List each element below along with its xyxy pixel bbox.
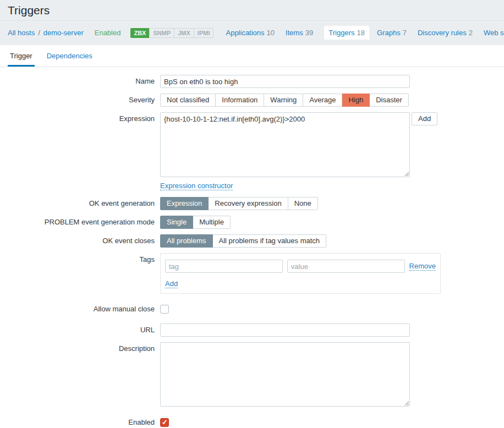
severity-option-high[interactable]: High bbox=[342, 94, 370, 107]
nav-discovery-rules-link[interactable]: Discovery rules bbox=[418, 29, 467, 37]
nav-item-web-scenarios[interactable]: Web scenarios bbox=[484, 29, 504, 37]
problem-event-mode-label: PROBLEM event generation mode bbox=[0, 216, 155, 229]
description-textarea[interactable] bbox=[160, 342, 410, 407]
severity-label: Severity bbox=[0, 94, 155, 107]
url-row: URL bbox=[0, 323, 504, 337]
nav-item-graphs[interactable]: Graphs7 bbox=[377, 29, 407, 37]
tag-value-input[interactable] bbox=[287, 260, 405, 273]
allow-manual-close-label: Allow manual close bbox=[0, 303, 155, 316]
problem-event-mode-row: PROBLEM event generation mode Single Mul… bbox=[0, 216, 504, 229]
breadcrumb-separator: / bbox=[38, 29, 40, 37]
ok-event-generation-group: Expression Recovery expression None bbox=[160, 197, 318, 210]
ok-event-generation-row: OK event generation Expression Recovery … bbox=[0, 197, 504, 210]
ok-event-closes-row: OK event closes All problems All problem… bbox=[0, 234, 504, 248]
ok-event-option-none[interactable]: None bbox=[288, 197, 318, 210]
tag-entry-row: Remove bbox=[165, 260, 436, 273]
problem-mode-option-multiple[interactable]: Multiple bbox=[193, 216, 231, 229]
tag-name-input[interactable] bbox=[165, 260, 283, 273]
zbx-badge: ZBX bbox=[130, 28, 149, 38]
ok-event-closes-group: All problems All problems if tag values … bbox=[160, 234, 326, 248]
tags-label: Tags bbox=[0, 253, 155, 266]
ok-event-option-recovery-expression[interactable]: Recovery expression bbox=[209, 197, 288, 210]
severity-option-warning[interactable]: Warning bbox=[264, 94, 303, 107]
name-row: Name bbox=[0, 75, 504, 88]
problem-event-mode-group: Single Multiple bbox=[160, 216, 231, 229]
name-label: Name bbox=[0, 75, 155, 88]
expression-textarea[interactable] bbox=[160, 112, 410, 177]
nav-web-scenarios-link[interactable]: Web scenarios bbox=[484, 29, 504, 37]
snmp-badge: SNMP bbox=[150, 29, 174, 37]
breadcrumb-host-link[interactable]: demo-server bbox=[43, 29, 84, 37]
breadcrumb: All hosts / demo-server Enabled ZBX SNMP… bbox=[0, 21, 504, 45]
jmx-badge: JMX bbox=[174, 29, 194, 37]
nav-items-count: 39 bbox=[305, 29, 313, 37]
ok-event-generation-label: OK event generation bbox=[0, 197, 155, 210]
tag-remove-link[interactable]: Remove bbox=[409, 262, 436, 271]
tab-dependencies[interactable]: Dependencies bbox=[45, 45, 95, 67]
tags-row: Tags Remove Add bbox=[0, 253, 504, 294]
nav-graphs-count: 7 bbox=[403, 29, 407, 37]
severity-option-disaster[interactable]: Disaster bbox=[370, 94, 409, 107]
nav-applications-link[interactable]: Applications bbox=[226, 29, 264, 37]
nav-discovery-rules-count: 2 bbox=[469, 29, 473, 37]
expression-constructor-link[interactable]: Expression constructor bbox=[160, 182, 233, 190]
tag-add-link[interactable]: Add bbox=[165, 279, 178, 288]
severity-option-average[interactable]: Average bbox=[303, 94, 342, 107]
host-status-enabled: Enabled bbox=[95, 29, 121, 37]
tab-trigger[interactable]: Trigger bbox=[8, 45, 35, 67]
form-tabbar: Trigger Dependencies bbox=[0, 45, 504, 67]
expression-add-button[interactable]: Add bbox=[412, 112, 437, 125]
nav-graphs-link[interactable]: Graphs bbox=[377, 29, 401, 37]
url-input[interactable] bbox=[160, 323, 410, 337]
nav-applications-count: 10 bbox=[267, 29, 275, 37]
nav-item-discovery-rules[interactable]: Discovery rules2 bbox=[418, 29, 473, 37]
enabled-row: Enabled bbox=[0, 416, 504, 428]
enabled-label: Enabled bbox=[0, 416, 155, 428]
trigger-form: Name Severity Not classified Information… bbox=[0, 67, 504, 428]
nav-triggers-link[interactable]: Triggers bbox=[328, 29, 354, 37]
severity-option-not-classified[interactable]: Not classified bbox=[160, 94, 216, 107]
severity-segment-group: Not classified Information Warning Avera… bbox=[160, 94, 409, 107]
nav-triggers-count: 18 bbox=[357, 29, 365, 37]
nav-item-applications[interactable]: Applications10 bbox=[226, 29, 275, 37]
page-title: Triggers bbox=[8, 4, 50, 17]
severity-option-information[interactable]: Information bbox=[216, 94, 264, 107]
title-row: Triggers bbox=[0, 0, 504, 21]
name-input[interactable] bbox=[160, 75, 410, 88]
nav-items-link[interactable]: Items bbox=[286, 29, 303, 37]
description-row: Description bbox=[0, 342, 504, 408]
interface-availability-badges: ZBX SNMP JMX IPMI bbox=[130, 28, 213, 38]
nav-item-triggers[interactable]: Triggers18 bbox=[324, 26, 369, 40]
problem-mode-option-single[interactable]: Single bbox=[160, 216, 193, 229]
breadcrumb-all-hosts-link[interactable]: All hosts bbox=[8, 29, 35, 37]
ipmi-badge: IPMI bbox=[194, 29, 213, 37]
expression-row: Expression Expression constructor Add bbox=[0, 112, 504, 190]
interface-badge-group: SNMP JMX IPMI bbox=[149, 28, 213, 38]
ok-event-option-expression[interactable]: Expression bbox=[160, 197, 209, 210]
expression-label: Expression bbox=[0, 112, 155, 125]
allow-manual-close-row: Allow manual close bbox=[0, 303, 504, 316]
url-label: URL bbox=[0, 323, 155, 337]
allow-manual-close-checkbox[interactable] bbox=[160, 305, 169, 314]
ok-event-closes-label: OK event closes bbox=[0, 234, 155, 248]
enabled-checkbox[interactable] bbox=[160, 418, 169, 427]
description-label: Description bbox=[0, 342, 155, 355]
ok-closes-option-all-if-tag-match[interactable]: All problems if tag values match bbox=[213, 234, 327, 248]
nav-item-items[interactable]: Items39 bbox=[286, 29, 313, 37]
host-nav: Applications10 Items39 Triggers18 Graphs… bbox=[226, 26, 504, 40]
ok-closes-option-all-problems[interactable]: All problems bbox=[160, 234, 213, 248]
tags-container: Remove Add bbox=[160, 253, 441, 294]
page-header: Triggers All hosts / demo-server Enabled… bbox=[0, 0, 504, 45]
severity-row: Severity Not classified Information Warn… bbox=[0, 94, 504, 107]
